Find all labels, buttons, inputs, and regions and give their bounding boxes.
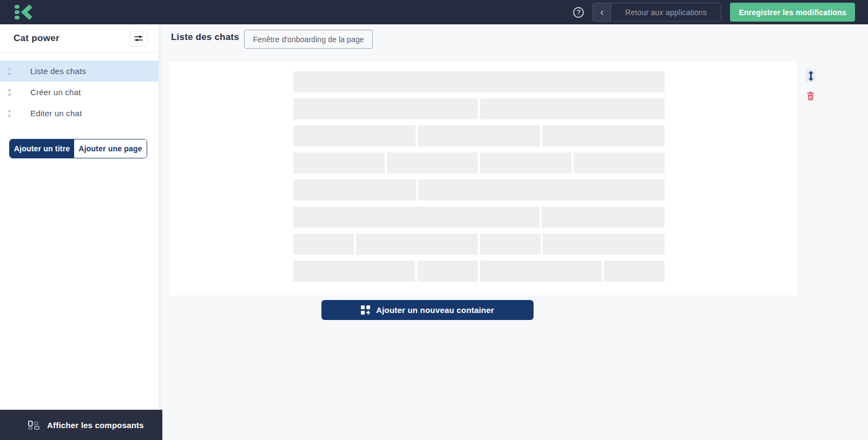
skeleton-block <box>293 98 478 119</box>
skeleton-block <box>574 152 665 174</box>
skeleton-block <box>293 179 416 201</box>
skeleton-block <box>293 206 540 228</box>
skeleton-block <box>418 125 540 146</box>
trash-icon <box>807 91 814 101</box>
skeleton-block <box>418 179 665 201</box>
page-container[interactable] <box>169 62 797 295</box>
page-actions-group: Ajouter un titre Ajouter une page <box>9 139 147 158</box>
app-settings-button[interactable] <box>129 31 148 46</box>
back-button-label: Retour aux applications <box>611 3 721 21</box>
skeleton-block <box>293 261 415 282</box>
page-title: Liste des chats <box>171 32 239 43</box>
skeleton-row <box>293 152 665 174</box>
skeleton-block <box>542 206 665 228</box>
skeleton-row <box>293 125 665 146</box>
add-container-label: Ajouter un nouveau container <box>376 305 494 315</box>
skeleton-block <box>542 125 665 146</box>
sidebar-pages-list: Liste des chats Créer un chat Editer un … <box>0 61 159 124</box>
topbar: ? ‹ Retour aux applications Enregistrer … <box>0 0 868 24</box>
drag-handle-icon[interactable] <box>5 89 13 96</box>
skeleton-block <box>543 234 665 255</box>
back-to-applications-button[interactable]: ‹ Retour aux applications <box>593 3 721 22</box>
sidebar-page-label: Liste des chats <box>30 66 86 76</box>
skeleton-block <box>293 71 665 92</box>
skeleton-row <box>293 234 665 255</box>
add-page-button[interactable]: Ajouter une page <box>74 139 147 158</box>
components-icon <box>28 421 40 430</box>
skeleton-block <box>293 125 416 146</box>
move-vertical-icon <box>808 71 814 81</box>
brand-k-glyph <box>15 5 32 19</box>
skeleton-block <box>293 234 354 255</box>
sidebar-header: Cat power <box>0 24 159 53</box>
skeleton-block <box>480 234 541 255</box>
add-widget-icon <box>361 305 370 315</box>
delete-container-button[interactable] <box>806 90 816 101</box>
skeleton-row <box>293 261 665 282</box>
move-container-button[interactable] <box>806 69 816 82</box>
skeleton-row <box>293 179 665 201</box>
skeleton-row <box>293 206 665 228</box>
drag-handle-icon[interactable] <box>5 68 13 75</box>
app-title: Cat power <box>14 33 60 44</box>
sidebar-page-item[interactable]: Liste des chats <box>0 61 159 82</box>
skeleton-row <box>293 71 665 92</box>
add-container-button[interactable]: Ajouter un nouveau container <box>321 300 534 320</box>
topbar-actions: ? ‹ Retour aux applications Enregistrer … <box>573 3 855 22</box>
chevron-left-icon: ‹ <box>593 3 611 21</box>
editor-canvas: Liste des chats Fenêtre d'onboarding de … <box>159 24 868 440</box>
skeleton-block <box>417 261 478 282</box>
onboarding-window-button[interactable]: Fenêtre d'onboarding de la page <box>244 30 373 49</box>
sidebar-page-label: Créer un chat <box>30 88 81 97</box>
help-icon[interactable]: ? <box>573 7 584 18</box>
sidebar-page-label: Editer un chat <box>30 109 82 118</box>
show-components-label: Afficher les composants <box>47 421 144 430</box>
app-logo-icon[interactable] <box>15 5 32 19</box>
skeleton-row <box>293 98 665 119</box>
skeleton-block <box>356 234 478 255</box>
add-title-button[interactable]: Ajouter un titre <box>10 139 74 158</box>
sidebar: Cat power Liste des chats <box>0 24 159 410</box>
drag-handle-icon[interactable] <box>5 110 13 117</box>
skeleton-block <box>480 152 571 174</box>
container-skeleton <box>293 71 665 288</box>
skeleton-block <box>604 261 665 282</box>
skeleton-block <box>387 152 478 174</box>
save-changes-button[interactable]: Enregistrer les modifications <box>730 3 855 22</box>
skeleton-block <box>293 152 385 174</box>
sliders-icon <box>134 35 143 42</box>
show-components-button[interactable]: Afficher les composants <box>0 410 162 440</box>
skeleton-block <box>480 98 665 119</box>
skeleton-block <box>480 261 602 282</box>
sidebar-page-item[interactable]: Editer un chat <box>0 103 159 124</box>
sidebar-page-item[interactable]: Créer un chat <box>0 82 159 103</box>
